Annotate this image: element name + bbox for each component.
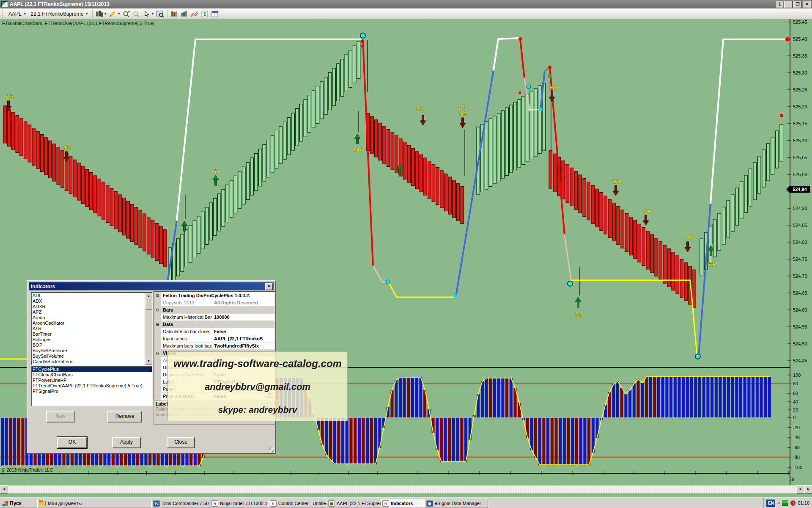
property-row[interactable]: Maximum Historical Bars100000 [154, 314, 274, 321]
watermark-email: andreybbrv@gmail.com [205, 381, 310, 392]
app-icon: ▣ [426, 500, 433, 507]
property-row[interactable]: Input seriesAAPL (22,1 FTRenkoS [154, 335, 274, 342]
taskbar-clock[interactable]: 01:10 [798, 500, 809, 505]
language-indicator[interactable]: EN [766, 500, 775, 507]
available-indicator-item[interactable]: Bollinger [32, 337, 152, 342]
dialog-titlebar[interactable]: Indicators × [29, 282, 274, 290]
instrument-dropdown[interactable]: AAPL▼ [6, 9, 29, 18]
available-indicator-item[interactable]: APZ [32, 309, 152, 315]
available-indicator-item[interactable]: ATR [32, 326, 152, 331]
available-indicator-item[interactable]: BuySellVolume [32, 353, 152, 359]
line-chart-icon[interactable] [190, 10, 199, 18]
chart-hscrollbar[interactable]: ◄ ► ► [0, 485, 812, 494]
property-row[interactable]: ⊟Bars [154, 306, 274, 314]
restore-button[interactable]: ❐ [793, 1, 802, 8]
svg-text:SM: SM [416, 105, 424, 112]
available-indicator-item[interactable]: AroonOscillator [32, 320, 152, 326]
minimize-button[interactable]: ─ [784, 1, 793, 8]
close-button[interactable]: × [803, 1, 811, 8]
apply-button[interactable]: Apply [112, 437, 141, 448]
chevron-down-icon: ▼ [85, 12, 88, 16]
available-indicator-item[interactable]: Aroon [32, 315, 152, 320]
taskbar-button[interactable]: NNinjaTrader 7.0.1000.14... [210, 499, 270, 508]
taskbar-button[interactable]: NIndicators [381, 499, 426, 508]
svg-text:SM: SM [549, 84, 557, 91]
market-analyzer-icon[interactable] [180, 10, 189, 18]
available-indicator-item[interactable]: ADL [32, 293, 152, 298]
property-row[interactable]: Maximum bars look backTwoHundredFiftySix [154, 342, 274, 350]
applied-indicator-item[interactable]: FTPowerLineHP [32, 378, 152, 383]
desktop: AAPL (22,1 FTRenkoSupreme) 15/11/2013 L … [0, 0, 812, 508]
last-price-badge: 524,94 [789, 186, 810, 193]
app-icon: N [270, 500, 277, 507]
list-scrollbar[interactable]: ▲ ▼ [145, 293, 152, 365]
zoom-out-icon[interactable] [132, 10, 141, 18]
window-title: AAPL (22,1 FTRenkoSupreme) 15/11/2013 [10, 1, 110, 7]
scroll-left-icon[interactable]: ◄ [0, 485, 8, 494]
available-indicator-item[interactable]: ADX [32, 298, 152, 304]
taskbar-button[interactable]: ▦AAPL (22,1 FTSupremeO... [326, 499, 382, 508]
applied-indicator-item[interactable]: FTSignalPro [32, 389, 152, 394]
app-icon: N [382, 500, 389, 507]
chart-trader-icon[interactable] [170, 10, 179, 18]
link-button[interactable]: L [776, 1, 783, 8]
scroll-end-icon[interactable]: ► [804, 485, 812, 494]
applied-indicator-item[interactable]: FTCyclePlus [32, 367, 152, 372]
series-dropdown[interactable]: 22,1 FTRenkoSupreme▼ [29, 9, 91, 18]
copyright-label: © 2013 NinjaTrader, LLC [2, 467, 53, 472]
scrollbar-track[interactable] [8, 485, 798, 494]
property-row[interactable]: ⊟Felton Trading DivProCyclePlus 1.0.4.2. [154, 292, 274, 299]
available-indicator-item[interactable]: BarTimer [32, 331, 152, 337]
chart-indicator-label: FTGlobalChartBars, FTTrendOver(AAPL (22,… [2, 21, 155, 26]
drawing-tools-icon[interactable] [108, 10, 118, 18]
zoom-in-icon[interactable] [122, 10, 131, 18]
available-indicator-item[interactable]: CandleStickPattern [32, 359, 152, 364]
watermark-site: www.trading-software-catalog.com [173, 358, 342, 370]
scroll-right-icon[interactable]: ► [797, 485, 805, 494]
chevron-down-icon: ▼ [104, 12, 107, 16]
region-zoom-icon[interactable] [156, 10, 165, 18]
svg-text:SM: SM [685, 235, 694, 241]
taskbar-button[interactable]: NControl Center - Untitled1 [268, 499, 328, 508]
close-button[interactable]: Close [167, 437, 195, 448]
network-icon[interactable] [782, 500, 788, 506]
scroll-down-icon[interactable]: ▼ [145, 358, 152, 365]
taskbar-button[interactable]: TCTotal Commander 7.50 p... [151, 499, 211, 508]
svg-text:BR: BR [6, 94, 14, 100]
applied-indicators-list[interactable]: FTCyclePlusFTGlobalChartBarsFTPowerLineH… [31, 366, 153, 406]
start-button[interactable]: Пуск [1, 499, 39, 508]
scroll-up-icon[interactable]: ▲ [145, 293, 152, 300]
svg-text:SM: SM [63, 144, 72, 151]
resize-grip[interactable] [269, 447, 274, 452]
available-indicator-item[interactable]: BOP [32, 342, 152, 348]
new-button[interactable]: New [46, 411, 75, 422]
security-icon[interactable]: ! [790, 500, 796, 506]
available-indicator-item[interactable]: ADXR [32, 304, 152, 309]
taskbar-button[interactable]: ▣eSignal Data Manager [425, 499, 488, 508]
chart-style-icon[interactable] [95, 10, 104, 18]
property-row[interactable]: Calculate on bar closeFalse [154, 328, 274, 335]
windows-logo-icon [2, 501, 8, 506]
tray-chevron-icon[interactable]: « [777, 500, 780, 505]
chevron-down-icon: ▼ [117, 12, 121, 16]
toolbar-grip[interactable] [2, 10, 5, 18]
dialog-close-icon[interactable]: × [265, 283, 273, 290]
svg-text:SA: SA [643, 208, 651, 214]
available-indicator-item[interactable]: BuySellPressure [32, 348, 152, 353]
app-icon: N [211, 500, 218, 507]
property-row[interactable]: Copyright 2013All Rights Reserved. [154, 299, 274, 306]
available-indicators-list[interactable]: ADLADXADXRAPZAroonAroonOscillatorATRBarT… [31, 292, 153, 366]
cursor-icon[interactable] [142, 10, 151, 18]
applied-indicator-item[interactable]: FTTrendOver(AAPL (22,1 FTRenkoSupreme),5… [32, 383, 152, 389]
quicklaunch-my-documents[interactable]: Мои документы [37, 499, 152, 508]
svg-text:BR: BR [613, 178, 621, 185]
dollar-icon[interactable]: $ [200, 10, 209, 18]
remove-button[interactable]: Remove [107, 411, 142, 422]
ok-button[interactable]: OK [57, 437, 87, 448]
svg-text:BR: BR [354, 146, 362, 152]
scroll-thumb[interactable] [145, 300, 152, 310]
properties-icon[interactable] [210, 10, 219, 18]
property-row[interactable]: ⊟Data [154, 321, 274, 328]
app-icon: ▦ [328, 500, 335, 507]
applied-indicator-item[interactable]: FTGlobalChartBars [32, 372, 152, 378]
